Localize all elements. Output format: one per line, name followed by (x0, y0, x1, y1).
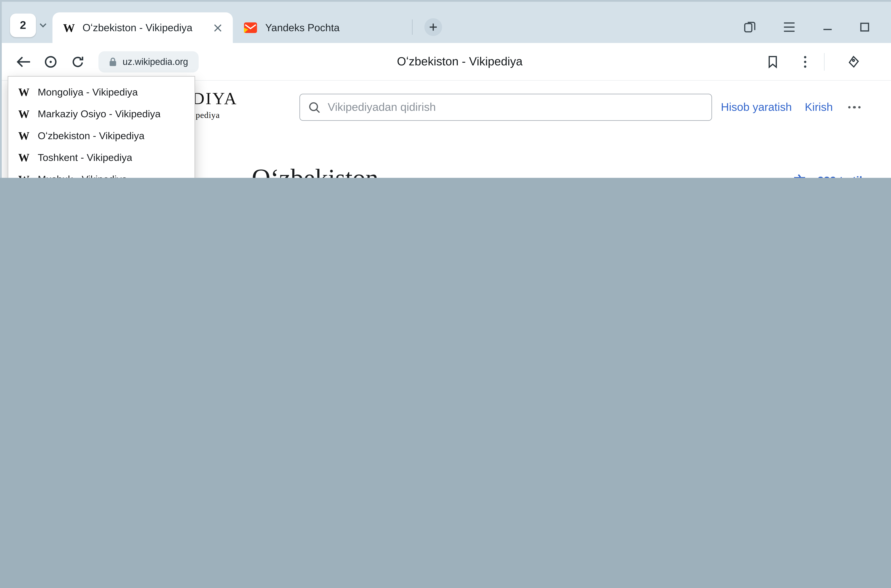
browser-toolbar: Oʻzbekiston - Vikipediya uz.wikipe (2, 43, 891, 81)
wikipedia-favicon: W (18, 173, 30, 178)
account-link-hisob-yaratish[interactable]: Hisob yaratish (721, 101, 792, 114)
tab-yandex-pochta[interactable]: Yandeks Pochta (233, 12, 410, 43)
side-panel-icon[interactable] (743, 21, 756, 34)
history-dropdown: WMongoliya - VikipediyaWMarkaziy Osiyo -… (8, 76, 195, 178)
history-item-label: Markaziy Osiyo - Vikipediya (38, 108, 161, 120)
account-links: Hisob yaratishKirish (721, 101, 861, 114)
wikipedia-search-bar[interactable] (299, 94, 712, 121)
collections-icon[interactable] (840, 48, 867, 75)
browser-window: 2 W Oʻzbekiston - Vikipediya Yandeks Poc… (0, 0, 891, 178)
tab-title: Yandeks Pochta (265, 21, 399, 34)
history-item-markaziy-osiyo-vikipediya[interactable]: WMarkaziy Osiyo - Vikipediya (8, 103, 194, 125)
history-item-mongoliya-vikipediya[interactable]: WMongoliya - Vikipediya (8, 81, 194, 103)
history-item-label: Mushuk - Vikipediya (38, 174, 127, 178)
more-options-icon[interactable] (848, 106, 861, 109)
tab-active-wikipedia[interactable]: W Oʻzbekiston - Vikipediya (52, 12, 233, 43)
maximize-button[interactable] (860, 22, 870, 32)
more-menu-icon[interactable] (801, 53, 808, 70)
history-item-label: Mongoliya - Vikipediya (38, 86, 138, 98)
search-icon (308, 101, 321, 113)
window-controls-group (743, 21, 891, 34)
tab-close-icon[interactable] (213, 23, 222, 32)
chevron-down-icon (40, 21, 46, 27)
lock-icon (109, 57, 117, 66)
wikipedia-favicon: W (18, 151, 30, 164)
history-item-label: Toshkent - Vikipediya (38, 152, 132, 164)
history-item-o-zbekiston-vikipediya[interactable]: WOʻzbekiston - Vikipediya (8, 125, 194, 147)
menu-icon[interactable] (783, 22, 796, 32)
reload-button[interactable] (64, 48, 92, 75)
back-button[interactable] (10, 48, 37, 75)
language-icon: 文A (794, 172, 812, 178)
wikipedia-favicon: W (18, 108, 30, 121)
wikipedia-favicon: W (18, 129, 30, 142)
wikipedia-favicon: W (18, 86, 30, 99)
divider (824, 53, 825, 70)
tab-strip: 2 W Oʻzbekiston - Vikipediya Yandeks Poc… (2, 2, 891, 43)
tab-group-button[interactable]: 2 (10, 14, 45, 37)
history-dropdown-list: WMongoliya - VikipediyaWMarkaziy Osiyo -… (8, 81, 194, 178)
download-icon[interactable] (882, 48, 891, 75)
article-heading: Oʻzbekiston (252, 163, 872, 178)
new-tab-button[interactable] (424, 18, 442, 36)
language-count: 239 ta til (818, 174, 862, 178)
chevron-down-icon (867, 177, 873, 178)
address-bar[interactable]: uz.wikipedia.org (98, 51, 199, 72)
tab-counter[interactable]: 2 (10, 14, 36, 37)
history-item-mushuk-vikipediya[interactable]: WMushuk - Vikipediya (8, 168, 194, 178)
minimize-button[interactable] (822, 22, 833, 32)
divider (412, 20, 412, 35)
assistant-icon[interactable] (37, 48, 64, 75)
account-link-kirish[interactable]: Kirish (805, 101, 833, 114)
tab-title: Oʻzbekiston - Vikipediya (82, 21, 206, 34)
wikipedia-favicon: W (63, 21, 75, 34)
history-item-label: Oʻzbekiston - Vikipediya (38, 130, 144, 142)
article: Oʻzbekiston 文A 239 ta til MaqolaMunozara… (252, 163, 872, 178)
yandex-mail-icon (243, 21, 258, 34)
history-item-toshkent-vikipediya[interactable]: WToshkent - Vikipediya (8, 147, 194, 168)
address-host: uz.wikipedia.org (123, 56, 188, 67)
screen: 2 W Oʻzbekiston - Vikipediya Yandeks Poc… (0, 0, 891, 178)
bookmark-icon[interactable] (759, 48, 786, 75)
language-selector-button[interactable]: 文A 239 ta til (794, 172, 872, 178)
search-input[interactable] (328, 101, 703, 114)
